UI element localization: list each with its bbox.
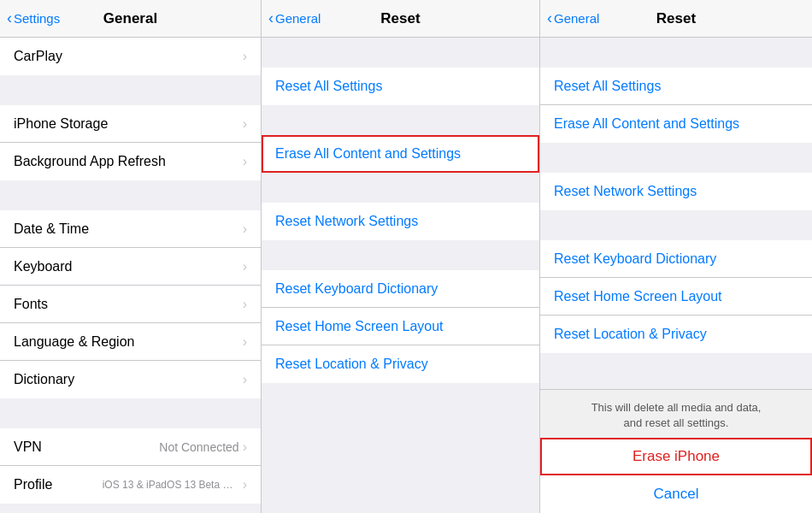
chevron-right-icon: › xyxy=(243,221,247,237)
right-item-location-privacy[interactable]: Reset Location & Privacy xyxy=(540,315,812,353)
alert-dialog: This will delete all media and data,and … xyxy=(540,389,812,513)
right-divider-2 xyxy=(540,210,812,240)
list-item-date-time[interactable]: Date & Time › xyxy=(0,210,261,248)
left-back-chevron-icon: ‹ xyxy=(7,9,12,27)
list-item-background-app-refresh[interactable]: Background App Refresh › xyxy=(0,143,261,180)
left-nav-back[interactable]: ‹ Settings xyxy=(7,9,60,27)
list-item-keyboard[interactable]: Keyboard › xyxy=(0,248,261,286)
alert-message-text: This will delete all media and data,and … xyxy=(540,390,812,438)
middle-nav-back-label: General xyxy=(275,11,321,26)
list-item-profile[interactable]: Profile iOS 13 & iPadOS 13 Beta Software… xyxy=(0,466,261,504)
left-nav-bar: ‹ Settings General xyxy=(0,0,261,38)
right-nav-title: Reset xyxy=(656,10,696,27)
top-divider xyxy=(262,38,539,68)
middle-scroll: Reset All Settings Erase All Content and… xyxy=(262,38,539,513)
list-item-iphone-storage[interactable]: iPhone Storage › xyxy=(0,105,261,143)
chevron-right-icon: › xyxy=(243,439,247,455)
middle-back-chevron-icon: ‹ xyxy=(268,9,274,27)
right-divider-1 xyxy=(540,143,812,173)
chevron-right-icon: › xyxy=(243,154,247,169)
right-back-chevron-icon: ‹ xyxy=(547,9,552,27)
left-nav-back-label: Settings xyxy=(14,11,60,26)
right-item-home-screen[interactable]: Reset Home Screen Layout xyxy=(540,278,812,315)
right-panel: ‹ General Reset Reset All Settings Erase… xyxy=(540,0,812,513)
left-section-3: Date & Time › Keyboard › Fonts › Languag… xyxy=(0,210,261,398)
middle-item-erase-all[interactable]: Erase All Content and Settings xyxy=(262,135,539,173)
middle-nav-bar: ‹ General Reset xyxy=(262,0,539,38)
list-item-vpn[interactable]: VPN Not Connected › xyxy=(0,428,261,466)
chevron-right-icon: › xyxy=(243,297,247,312)
cancel-label: Cancel xyxy=(654,486,699,503)
list-item-language-region[interactable]: Language & Region › xyxy=(0,323,261,361)
right-item-erase-all[interactable]: Erase All Content and Settings xyxy=(540,105,812,143)
left-section-1: CarPlay › xyxy=(0,38,261,75)
list-item-carplay[interactable]: CarPlay › xyxy=(0,38,261,75)
middle-item-location-privacy[interactable]: Reset Location & Privacy xyxy=(262,345,539,383)
left-scroll: CarPlay › iPhone Storage › Background Ap… xyxy=(0,38,261,513)
left-panel: ‹ Settings General CarPlay › iPhone Stor… xyxy=(0,0,262,513)
chevron-right-icon: › xyxy=(243,477,247,492)
mid-divider-1 xyxy=(262,105,539,135)
chevron-right-icon: › xyxy=(243,334,247,350)
chevron-right-icon: › xyxy=(243,49,247,64)
right-nav-back[interactable]: ‹ General xyxy=(547,9,599,27)
middle-group-3: Reset Network Settings xyxy=(262,203,539,240)
middle-item-network[interactable]: Reset Network Settings xyxy=(262,203,539,240)
right-group-2: Reset Network Settings xyxy=(540,173,812,210)
divider-3 xyxy=(0,398,261,428)
right-nav-bar: ‹ General Reset xyxy=(540,0,812,38)
cancel-button[interactable]: Cancel xyxy=(540,475,812,513)
erase-iphone-label: Erase iPhone xyxy=(633,448,720,465)
right-item-reset-all[interactable]: Reset All Settings xyxy=(540,68,812,105)
vpn-status: Not Connected xyxy=(159,440,238,454)
left-nav-title: General xyxy=(103,10,157,27)
right-group-1: Reset All Settings Erase All Content and… xyxy=(540,68,812,143)
middle-panel: ‹ General Reset Reset All Settings Erase… xyxy=(262,0,540,513)
chevron-right-icon: › xyxy=(243,372,247,387)
list-item-fonts[interactable]: Fonts › xyxy=(0,286,261,323)
mid-divider-2 xyxy=(262,173,539,203)
divider-2 xyxy=(0,180,261,210)
middle-group-1: Reset All Settings xyxy=(262,68,539,105)
chevron-right-icon: › xyxy=(243,116,247,132)
left-section-2: iPhone Storage › Background App Refresh … xyxy=(0,105,261,180)
middle-item-keyboard-dict[interactable]: Reset Keyboard Dictionary xyxy=(262,270,539,308)
erase-iphone-button[interactable]: Erase iPhone xyxy=(540,438,812,475)
right-top-divider xyxy=(540,38,812,68)
chevron-right-icon: › xyxy=(243,259,247,274)
middle-nav-title: Reset xyxy=(380,10,420,27)
middle-group-4: Reset Keyboard Dictionary Reset Home Scr… xyxy=(262,270,539,383)
middle-group-2: Erase All Content and Settings xyxy=(262,135,539,173)
list-item-dictionary[interactable]: Dictionary › xyxy=(0,361,261,398)
right-item-keyboard-dict[interactable]: Reset Keyboard Dictionary xyxy=(540,240,812,278)
middle-item-reset-all[interactable]: Reset All Settings xyxy=(262,68,539,105)
divider-4 xyxy=(0,504,261,513)
right-item-network[interactable]: Reset Network Settings xyxy=(540,173,812,210)
left-section-4: VPN Not Connected › Profile iOS 13 & iPa… xyxy=(0,428,261,504)
middle-nav-back[interactable]: ‹ General xyxy=(268,9,321,27)
mid-divider-3 xyxy=(262,240,539,270)
profile-value: iOS 13 & iPadOS 13 Beta Software Pr... xyxy=(103,479,239,491)
middle-item-home-screen[interactable]: Reset Home Screen Layout xyxy=(262,308,539,345)
right-nav-back-label: General xyxy=(554,11,599,26)
right-group-3: Reset Keyboard Dictionary Reset Home Scr… xyxy=(540,240,812,353)
divider-1 xyxy=(0,75,261,105)
